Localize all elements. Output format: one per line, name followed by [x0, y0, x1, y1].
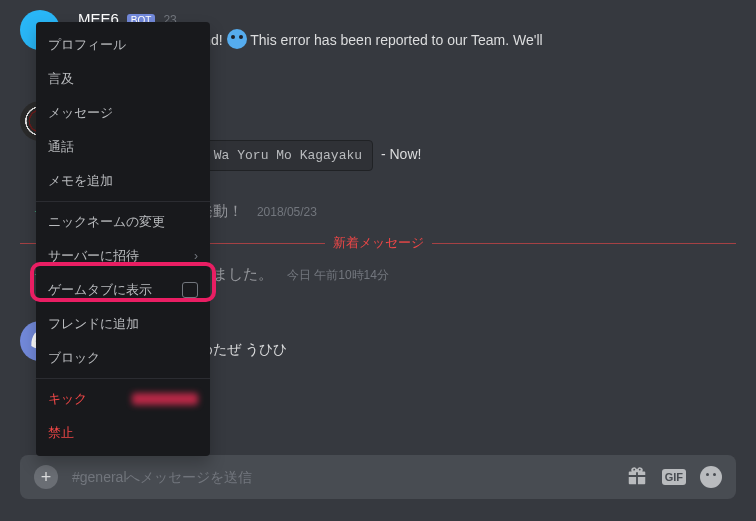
- timestamp: 今日 午前10時14分: [287, 268, 389, 282]
- message-input[interactable]: [72, 469, 612, 485]
- redacted-name: [132, 393, 198, 405]
- menu-invite-server[interactable]: サーバーに招待 ›: [36, 239, 210, 273]
- menu-add-friend[interactable]: フレンドに追加: [36, 307, 210, 341]
- menu-show-gametab[interactable]: ゲームタブに表示: [36, 273, 210, 307]
- menu-add-note[interactable]: メモを追加: [36, 164, 210, 198]
- menu-change-nickname[interactable]: ニックネームの変更: [36, 205, 210, 239]
- menu-profile[interactable]: プロフィール: [36, 28, 210, 62]
- menu-block[interactable]: ブロック: [36, 341, 210, 375]
- fearful-face-emoji: [227, 29, 247, 49]
- attach-button[interactable]: +: [34, 465, 58, 489]
- divider-label: 新着メッセージ: [325, 234, 432, 252]
- menu-kick[interactable]: キック: [36, 382, 210, 416]
- message-input-bar: + GIF: [20, 455, 736, 499]
- menu-message[interactable]: メッセージ: [36, 96, 210, 130]
- timestamp: 2018/05/23: [257, 205, 317, 219]
- chevron-right-icon: ›: [194, 249, 198, 263]
- menu-separator: [36, 378, 210, 379]
- gif-button[interactable]: GIF: [662, 469, 686, 485]
- menu-call[interactable]: 通話: [36, 130, 210, 164]
- emoji-button[interactable]: [700, 466, 722, 488]
- checkbox-icon: [182, 282, 198, 298]
- gift-icon[interactable]: [626, 465, 648, 490]
- message-suffix: - Now!: [381, 146, 421, 162]
- menu-ban[interactable]: 禁止: [36, 416, 210, 450]
- menu-separator: [36, 201, 210, 202]
- user-context-menu: プロフィール 言及 メッセージ 通話 メモを追加 ニックネームの変更 サーバーに…: [36, 22, 210, 456]
- menu-mention[interactable]: 言及: [36, 62, 210, 96]
